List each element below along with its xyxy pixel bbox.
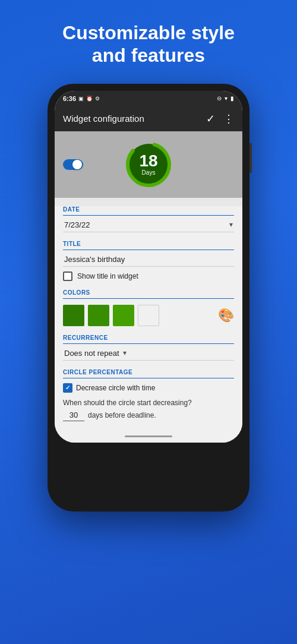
title-field-group: TITLE — [63, 241, 234, 267]
phone-screen: 6:36 ▣ ⏰ ⚙ ⊖ ▾ ▮ Widget configuration ✓ … — [55, 91, 242, 443]
circle-inner: 18 Days — [139, 153, 157, 176]
sim-icon: ▣ — [78, 96, 84, 102]
form-area: DATE 7/23/22 ▾ TITLE Show title in widge… — [55, 206, 242, 431]
circle-widget: 18 Days — [125, 141, 172, 188]
days-input-row: days before deadline. — [63, 409, 234, 421]
app-bar: Widget configuration ✓ ⋮ — [55, 106, 242, 131]
toggle-track — [63, 159, 83, 170]
show-title-row[interactable]: Show title in widget — [63, 272, 234, 281]
colors-row: 🎨 — [63, 305, 234, 326]
status-right: ⊖ ▾ ▮ — [217, 95, 234, 102]
recurrence-value: Does not repeat — [64, 349, 119, 358]
show-title-label: Show title in widget — [77, 272, 138, 280]
status-time: 6:36 — [63, 95, 76, 102]
decrease-checkbox[interactable] — [63, 383, 72, 393]
app-bar-actions: ✓ ⋮ — [206, 112, 234, 125]
color-swatch-3[interactable] — [113, 305, 134, 326]
settings-icon: ⚙ — [95, 96, 100, 102]
date-value: 7/23/22 — [64, 220, 90, 229]
recurrence-field-group: RECURRENCE Does not repeat ▾ — [63, 334, 234, 361]
color-swatch-2[interactable] — [88, 305, 109, 326]
circle-pct-field-group: CIRCLE PERCENTAGE Decrease circle with t… — [63, 369, 234, 421]
palette-icon[interactable]: 🎨 — [218, 308, 234, 323]
battery-icon: ▮ — [230, 95, 234, 102]
hero-title: Customizable style and features — [50, 21, 247, 67]
phone-shell: 6:36 ▣ ⏰ ⚙ ⊖ ▾ ▮ Widget configuration ✓ … — [48, 84, 249, 512]
count-number: 18 — [139, 153, 157, 169]
decrease-label: Decrease circle with time — [76, 384, 155, 392]
title-input[interactable] — [63, 250, 234, 267]
app-bar-title: Widget configuration — [63, 113, 144, 124]
date-label: DATE — [63, 206, 234, 216]
check-button[interactable]: ✓ — [206, 112, 215, 125]
home-bar-line — [125, 435, 172, 437]
do-not-disturb-icon: ⊖ — [217, 95, 222, 102]
home-bar — [55, 431, 242, 443]
colors-label: COLORS — [63, 289, 234, 299]
recurrence-dropdown-arrow: ▾ — [123, 349, 127, 357]
count-unit: Days — [142, 169, 156, 176]
title-label: TITLE — [63, 241, 234, 250]
status-left: 6:36 ▣ ⏰ ⚙ — [63, 95, 100, 102]
colors-field-group: COLORS 🎨 — [63, 289, 234, 326]
more-options-button[interactable]: ⋮ — [223, 112, 234, 125]
date-value-row[interactable]: 7/23/22 ▾ — [63, 216, 234, 232]
color-swatch-1[interactable] — [63, 305, 84, 326]
alarm-icon: ⏰ — [86, 96, 93, 102]
recurrence-row[interactable]: Does not repeat ▾ — [63, 344, 234, 361]
days-input[interactable] — [63, 409, 84, 421]
decrease-row[interactable]: Decrease circle with time — [63, 383, 234, 393]
show-title-checkbox[interactable] — [63, 272, 72, 281]
status-bar: 6:36 ▣ ⏰ ⚙ ⊖ ▾ ▮ — [55, 91, 242, 106]
toggle-switch[interactable] — [63, 159, 83, 170]
toggle-thumb — [72, 160, 82, 169]
recurrence-label: RECURRENCE — [63, 334, 234, 344]
hero-section: Customizable style and features — [50, 0, 247, 84]
widget-preview: 18 Days — [55, 131, 242, 198]
color-swatch-4[interactable] — [138, 305, 159, 326]
days-suffix: days before deadline. — [88, 411, 156, 419]
phone-side-button — [249, 143, 252, 173]
circle-pct-label: CIRCLE PERCENTAGE — [63, 369, 234, 378]
date-field-group: DATE 7/23/22 ▾ — [63, 206, 234, 232]
start-decrease-text: When should the circle start decreasing? — [63, 399, 234, 407]
wifi-icon: ▾ — [225, 95, 228, 102]
date-dropdown-arrow: ▾ — [229, 220, 233, 229]
